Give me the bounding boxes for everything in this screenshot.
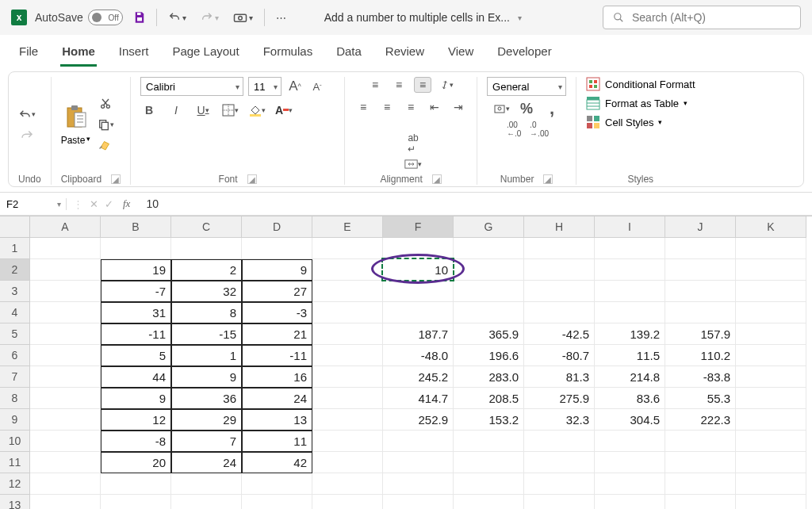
- cell-F5[interactable]: 187.7: [383, 323, 454, 345]
- cell-E7[interactable]: [312, 366, 383, 388]
- cell-F7[interactable]: 245.2: [383, 366, 454, 388]
- cell-C1[interactable]: [171, 238, 242, 259]
- col-header-B[interactable]: B: [101, 216, 171, 238]
- tab-data[interactable]: Data: [335, 41, 363, 67]
- cell-F9[interactable]: 252.9: [383, 409, 454, 431]
- alignment-dialog-launcher[interactable]: ◢: [432, 174, 442, 184]
- cell-A4[interactable]: [30, 302, 101, 323]
- row-header-1[interactable]: 1: [0, 238, 30, 259]
- cell-B6[interactable]: 5: [101, 345, 171, 366]
- autosave-control[interactable]: AutoSave Off: [35, 10, 123, 25]
- cell-C13[interactable]: [171, 495, 242, 509]
- autosave-toggle[interactable]: Off: [88, 10, 123, 25]
- cell-I2[interactable]: [595, 259, 665, 281]
- cell-G5[interactable]: 365.9: [454, 323, 524, 345]
- cell-J9[interactable]: 222.3: [665, 409, 736, 431]
- cell-J2[interactable]: [665, 259, 736, 281]
- number-dialog-launcher[interactable]: ◢: [543, 174, 553, 184]
- tab-insert[interactable]: Insert: [117, 41, 151, 67]
- cell-G7[interactable]: 283.0: [454, 366, 524, 388]
- cell-A3[interactable]: [30, 281, 101, 302]
- cell-B8[interactable]: 9: [101, 388, 171, 409]
- cell-F13[interactable]: [383, 495, 454, 509]
- cell-G13[interactable]: [454, 495, 524, 509]
- cell-F3[interactable]: [383, 281, 454, 302]
- cell-G3[interactable]: [454, 281, 524, 302]
- cell-K8[interactable]: [736, 388, 806, 409]
- cell-A11[interactable]: [30, 452, 101, 473]
- cell-H6[interactable]: -80.7: [524, 345, 595, 366]
- tab-formulas[interactable]: Formulas: [262, 41, 315, 67]
- orientation-button[interactable]: ⤢▾: [438, 77, 455, 93]
- cell-E4[interactable]: [312, 302, 383, 323]
- cell-E13[interactable]: [312, 495, 383, 509]
- cell-F8[interactable]: 414.7: [383, 388, 454, 409]
- cell-A6[interactable]: [30, 345, 101, 366]
- cell-E3[interactable]: [312, 281, 383, 302]
- cell-B11[interactable]: 20: [101, 452, 171, 473]
- tab-developer[interactable]: Developer: [496, 41, 553, 67]
- conditional-formatting-button[interactable]: Conditional Formatt: [586, 77, 695, 91]
- spreadsheet-grid[interactable]: ABCDEFGHIJK121929103-732274318-35-11-152…: [0, 216, 812, 509]
- cell-H13[interactable]: [524, 495, 595, 509]
- cell-F12[interactable]: [383, 473, 454, 495]
- camera-button[interactable]: ▾: [230, 12, 256, 23]
- cell-A9[interactable]: [30, 409, 101, 431]
- cell-C8[interactable]: 36: [171, 388, 242, 409]
- cell-K9[interactable]: [736, 409, 806, 431]
- cell-G11[interactable]: [454, 452, 524, 473]
- cell-H4[interactable]: [524, 302, 595, 323]
- col-header-J[interactable]: J: [665, 216, 736, 238]
- wrap-text-button[interactable]: ab↵: [404, 136, 422, 151]
- cut-button[interactable]: [97, 96, 114, 112]
- cell-A8[interactable]: [30, 388, 101, 409]
- cell-D1[interactable]: [242, 238, 312, 259]
- title-dropdown-icon[interactable]: ▾: [518, 13, 522, 22]
- cell-B4[interactable]: 31: [101, 302, 171, 323]
- cell-D2[interactable]: 9: [242, 259, 312, 281]
- underline-button[interactable]: U▾: [194, 102, 212, 118]
- cell-E11[interactable]: [312, 452, 383, 473]
- cell-C11[interactable]: 24: [171, 452, 242, 473]
- cell-I11[interactable]: [595, 452, 665, 473]
- cell-J4[interactable]: [665, 302, 736, 323]
- undo-ribbon-button[interactable]: ▾: [18, 106, 36, 122]
- cell-K11[interactable]: [736, 452, 806, 473]
- cell-G6[interactable]: 196.6: [454, 345, 524, 366]
- cell-I6[interactable]: 11.5: [595, 345, 665, 366]
- col-header-K[interactable]: K: [736, 216, 806, 238]
- cell-K10[interactable]: [736, 431, 806, 452]
- cell-A1[interactable]: [30, 238, 101, 259]
- format-painter-button[interactable]: [97, 137, 114, 153]
- cell-K5[interactable]: [736, 323, 806, 345]
- cell-B10[interactable]: -8: [101, 431, 171, 452]
- cell-I8[interactable]: 83.6: [595, 388, 665, 409]
- cell-H1[interactable]: [524, 238, 595, 259]
- cell-B1[interactable]: [101, 238, 171, 259]
- fx-icon[interactable]: fx: [123, 197, 130, 210]
- cell-C3[interactable]: 32: [171, 281, 242, 302]
- cell-G1[interactable]: [454, 238, 524, 259]
- cell-styles-button[interactable]: Cell Styles▾: [586, 115, 662, 129]
- percent-button[interactable]: %: [518, 101, 535, 117]
- decrease-font-button[interactable]: Aˇ: [308, 78, 326, 94]
- row-header-7[interactable]: 7: [0, 366, 30, 388]
- row-header-6[interactable]: 6: [0, 345, 30, 366]
- cell-B9[interactable]: 12: [101, 409, 171, 431]
- cell-H9[interactable]: 32.3: [524, 409, 595, 431]
- fb-cancel-icon[interactable]: ✕: [90, 198, 98, 210]
- increase-font-button[interactable]: A^: [286, 78, 304, 94]
- merge-button[interactable]: ▾: [404, 156, 422, 172]
- cell-H2[interactable]: [524, 259, 595, 281]
- cell-A5[interactable]: [30, 323, 101, 345]
- tab-view[interactable]: View: [446, 41, 475, 67]
- cell-I7[interactable]: 214.8: [595, 366, 665, 388]
- row-header-3[interactable]: 3: [0, 281, 30, 302]
- cell-K7[interactable]: [736, 366, 806, 388]
- copy-button[interactable]: ▾: [97, 117, 114, 132]
- tab-page-layout[interactable]: Page Layout: [170, 41, 240, 67]
- cell-D12[interactable]: [242, 473, 312, 495]
- increase-decimal-button[interactable]: .00←.0: [505, 121, 523, 137]
- cell-E9[interactable]: [312, 409, 383, 431]
- cell-E2[interactable]: [312, 259, 383, 281]
